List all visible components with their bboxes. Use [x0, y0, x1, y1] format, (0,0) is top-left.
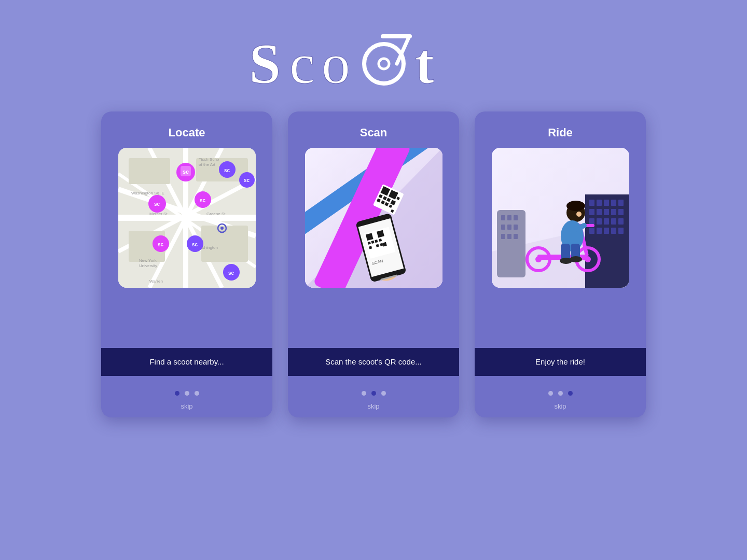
- svg-text:University: University: [139, 263, 157, 268]
- svg-text:sc: sc: [200, 198, 206, 203]
- scan-caption: Scan the scoot's QR code...: [325, 357, 421, 366]
- scan-title: Scan: [360, 126, 388, 139]
- ride-image: [492, 148, 629, 288]
- locate-card: Locate Washington Sq. E: [101, 111, 272, 417]
- ride-caption: Enjoy the ride!: [535, 357, 585, 366]
- svg-rect-111: [611, 209, 616, 215]
- svg-point-30: [220, 227, 224, 230]
- app-logo: S c o t: [249, 29, 498, 91]
- svg-rect-103: [589, 200, 594, 206]
- svg-text:c: c: [289, 32, 315, 91]
- svg-rect-106: [611, 200, 616, 206]
- svg-rect-98: [514, 225, 518, 230]
- svg-rect-109: [597, 209, 602, 215]
- svg-text:sc: sc: [224, 167, 230, 173]
- svg-rect-105: [604, 200, 609, 206]
- ride-card: Ride: [475, 111, 646, 417]
- svg-point-131: [566, 201, 585, 211]
- svg-text:sc: sc: [192, 242, 198, 247]
- scan-skip[interactable]: skip: [367, 402, 379, 410]
- dot-3: [568, 391, 573, 396]
- svg-text:Warren: Warren: [149, 279, 163, 284]
- svg-point-138: [576, 212, 582, 217]
- svg-rect-113: [589, 218, 594, 225]
- svg-rect-107: [618, 200, 624, 206]
- svg-point-4: [379, 59, 389, 69]
- dot-1: [362, 391, 366, 396]
- svg-rect-114: [597, 218, 602, 225]
- locate-title: Locate: [169, 126, 205, 139]
- svg-rect-118: [589, 228, 594, 234]
- svg-rect-97: [507, 225, 511, 230]
- dot-3: [195, 391, 199, 396]
- dot-2: [558, 391, 563, 396]
- svg-rect-122: [618, 228, 624, 234]
- svg-rect-94: [507, 215, 511, 220]
- dot-2: [371, 391, 376, 396]
- scan-card: Scan: [288, 111, 459, 417]
- scan-dots: [362, 391, 386, 396]
- locate-skip[interactable]: skip: [181, 402, 192, 410]
- svg-text:t: t: [415, 32, 434, 91]
- svg-text:S: S: [249, 32, 281, 91]
- dot-3: [381, 391, 386, 396]
- scan-caption-box: Scan the scoot's QR code...: [288, 348, 459, 376]
- svg-text:sc: sc: [154, 201, 160, 207]
- svg-text:of the Art: of the Art: [199, 162, 216, 167]
- svg-rect-116: [611, 218, 616, 225]
- ride-caption-box: Enjoy the ride!: [475, 348, 646, 376]
- svg-rect-108: [589, 209, 594, 215]
- svg-rect-120: [604, 228, 609, 234]
- svg-rect-93: [501, 215, 505, 220]
- onboarding-cards: Locate Washington Sq. E: [101, 111, 646, 417]
- svg-rect-100: [507, 234, 511, 239]
- ride-skip[interactable]: skip: [554, 402, 566, 410]
- svg-text:Tisch Scho: Tisch Scho: [199, 157, 219, 162]
- svg-rect-99: [501, 234, 505, 239]
- svg-rect-101: [514, 234, 518, 239]
- svg-text:Greene St: Greene St: [206, 212, 226, 216]
- ride-title: Ride: [548, 126, 573, 139]
- dot-1: [548, 391, 553, 396]
- svg-text:sc: sc: [158, 242, 164, 247]
- svg-rect-115: [604, 218, 609, 225]
- svg-text:sc: sc: [244, 177, 250, 183]
- svg-rect-119: [597, 228, 602, 234]
- svg-point-137: [570, 256, 582, 262]
- scan-image: SCAN: [305, 148, 442, 288]
- locate-caption: Find a scoot nearby...: [149, 357, 224, 366]
- locate-dots: [175, 391, 199, 396]
- svg-rect-96: [501, 225, 505, 230]
- svg-text:Washington Sq. E: Washington Sq. E: [131, 191, 164, 195]
- svg-rect-121: [611, 228, 616, 234]
- svg-rect-110: [604, 209, 609, 215]
- ride-dots: [548, 391, 573, 396]
- svg-rect-104: [597, 200, 602, 206]
- locate-caption-box: Find a scoot nearby...: [101, 348, 272, 376]
- svg-rect-95: [514, 215, 518, 220]
- locate-image: Washington Sq. E Washington New York Uni…: [118, 148, 256, 288]
- svg-rect-117: [618, 218, 624, 225]
- dot-2: [185, 391, 189, 396]
- svg-text:o: o: [322, 32, 350, 91]
- svg-text:sc: sc: [183, 169, 189, 175]
- svg-rect-112: [618, 209, 624, 215]
- svg-rect-16: [129, 158, 170, 184]
- dot-1: [175, 391, 179, 396]
- svg-text:New York: New York: [139, 258, 157, 263]
- svg-text:sc: sc: [228, 270, 234, 276]
- svg-rect-102: [585, 194, 629, 288]
